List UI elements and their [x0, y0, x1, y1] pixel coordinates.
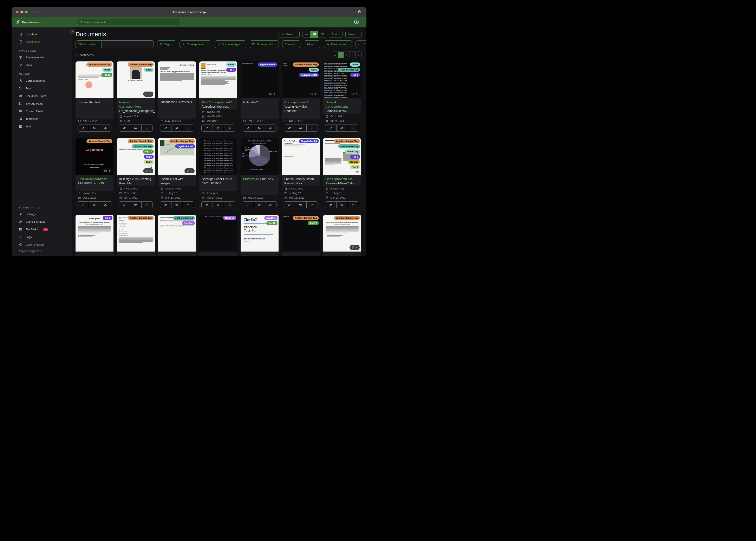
sidebar-item-documents[interactable]: Documents — [12, 38, 72, 46]
download-button[interactable] — [183, 202, 194, 208]
storage-path-filter-button[interactable]: Storage path — [250, 40, 279, 48]
tag-pill[interactable]: Tag 2 — [103, 216, 112, 220]
document-title[interactable]: French Country Bread Revised.docx — [282, 175, 320, 186]
document-title[interactable]: Private: 2011 BP Pie 2 — [241, 175, 279, 195]
tag-pill[interactable]: Another Sample Tag — [128, 139, 154, 143]
sidebar-item-inbox[interactable]: Inbox — [12, 61, 72, 69]
tag-pill[interactable]: Tag 222 — [348, 160, 360, 164]
edit-button[interactable] — [202, 125, 213, 131]
download-button[interactable] — [265, 202, 276, 208]
edit-button[interactable] — [284, 125, 295, 131]
edit-button[interactable] — [119, 202, 130, 208]
view-button[interactable] — [171, 125, 182, 131]
document-thumbnail[interactable]: Contact Sheet DemoGiven a set of image f… — [158, 215, 196, 252]
sidebar-item-tags[interactable]: Tags — [12, 85, 72, 92]
correspondent-link[interactable]: Correspondent 14 — [326, 177, 351, 181]
correspondent-link[interactable]: Newest Correspondent — [326, 101, 347, 108]
tag-pill[interactable]: Tag 12 — [101, 73, 112, 77]
document-title[interactable]: Correspondent 14: Review-of-New-York-Fed… — [323, 175, 361, 186]
document-thumbnail[interactable]: Country,Region/State,“TagWithPartial1 — [241, 61, 279, 98]
document-thumbnail[interactable]: Serial Number,Company Name,Employe978818… — [323, 61, 361, 98]
tag-pill[interactable]: Tag 2 — [144, 155, 154, 159]
notes-badge[interactable]: 2 — [143, 92, 153, 97]
download-button[interactable] — [348, 125, 359, 131]
document-title[interactable] — [199, 252, 237, 256]
download-button[interactable] — [141, 125, 152, 131]
sidebar-item-storage-paths[interactable]: Storage Paths — [12, 100, 72, 107]
download-button[interactable] — [306, 202, 318, 208]
view-button[interactable] — [254, 125, 265, 131]
document-title[interactable]: Test Correspondent 1: UM_PPBE_en_v29 — [76, 175, 113, 191]
sidebar-item-mail[interactable]: Mail — [12, 123, 72, 130]
view-button[interactable] — [336, 125, 347, 131]
download-button[interactable] — [100, 202, 111, 208]
document-title[interactable]: Newest Correspondent: Sample100.csv — [323, 98, 361, 114]
view-button[interactable] — [130, 202, 141, 208]
edit-button[interactable] — [160, 125, 171, 131]
permissions-filter-button[interactable]: Permissions — [324, 40, 352, 48]
pagination-page-3[interactable]: 3 — [350, 52, 356, 58]
sidebar-item-documentation[interactable]: Documentation — [12, 241, 72, 249]
tag-pill[interactable]: Partial Tag — [345, 150, 360, 154]
document-title[interactable]: Correspondent 9: Testing New Title Updat… — [282, 98, 320, 119]
tag-pill[interactable]: Another Sample Tag — [334, 216, 360, 220]
search-input[interactable] — [84, 21, 178, 24]
view-detail-button[interactable] — [318, 31, 326, 38]
tag-pill[interactable]: Just another tag — [132, 144, 154, 149]
tag-pill[interactable]: TagWithPartial — [258, 63, 278, 67]
tag-pill[interactable]: TagWithPartial — [175, 144, 195, 149]
document-title[interactable]: Newest Correspondent: H7_Napoleon_Bonapa… — [117, 98, 155, 114]
document-thumbnail[interactable]: Test Name123-06-789January 2, 2022July 1… — [117, 215, 155, 252]
document-thumbnail[interactable]: Patient BP Distribution 2011Isolated Sys… — [241, 138, 279, 175]
tag-pill[interactable]: Inbox — [226, 63, 236, 67]
pagination-page-1[interactable]: 1 — [338, 52, 344, 58]
document-title[interactable]: Just another test — [76, 98, 113, 119]
correspondent-link[interactable]: Test Correspondent 1 — [202, 101, 233, 104]
created-filter-button[interactable]: Created — [282, 40, 300, 48]
tag-pill[interactable]: Tag 12 — [266, 221, 278, 225]
sort-button[interactable]: Sort — [329, 31, 343, 38]
document-thumbnail[interactable]: NAPOLEON BONAPARTEAnother Sample TagInbo… — [117, 61, 155, 98]
document-thumbnail[interactable]: Medical TeacherHas the new Kirkpatrick g… — [199, 61, 237, 98]
title-content-filter-input[interactable] — [102, 40, 154, 48]
views-button[interactable]: Views — [345, 31, 361, 38]
sidebar-item-recently-added[interactable]: Recently Added — [12, 54, 72, 61]
document-title[interactable]: InDesign 2022 Scripting Read Me — [117, 175, 155, 186]
document-thumbnail[interactable]: French Country BreadFor the LeavenMake t… — [282, 138, 320, 175]
added-filter-button[interactable]: Added — [304, 40, 320, 48]
document-title[interactable]: Sonstige ScanPC2022 03-24_081058 — [199, 175, 237, 191]
view-button[interactable] — [213, 202, 224, 208]
download-button[interactable] — [265, 125, 276, 131]
pagination-next-button[interactable]: » — [355, 52, 361, 58]
document-thumbnail[interactable]: The SATPracticeTest #1Make time to take … — [241, 215, 279, 252]
correspondent-link[interactable]: Newest Correspondent — [119, 101, 141, 108]
reset-filters-button[interactable]: × Reset filters — [355, 40, 366, 48]
document-title[interactable] — [76, 252, 113, 256]
notes-badge[interactable]: 1 — [184, 168, 195, 173]
tag-pill[interactable]: Another Sample Tag — [128, 63, 154, 67]
correspondent-filter-button[interactable]: Correspondent — [180, 40, 211, 48]
notes-badge[interactable]: 4 — [102, 168, 112, 173]
view-button[interactable] — [89, 125, 100, 131]
document-thumbnail[interactable]: Adobe Acrobat PDF FilesCupcake ipsumAnot… — [76, 61, 113, 98]
sidebar-item-custom-fields[interactable]: Custom Fields — [12, 107, 72, 115]
tag-pill[interactable]: NewOne — [223, 216, 236, 220]
document-title[interactable] — [323, 252, 361, 256]
share-icon[interactable] — [358, 10, 361, 14]
document-title[interactable]: Test Correspondent 1: [paperless] test p… — [199, 98, 237, 110]
document-thumbnail[interactable]: Another Sample TagJust another tagPartia… — [323, 138, 361, 175]
document-title[interactable] — [158, 252, 196, 256]
notes-badge[interactable]: 6 — [143, 168, 153, 173]
view-grid-button[interactable] — [310, 31, 318, 38]
document-title[interactable] — [282, 252, 320, 256]
notes-badge[interactable]: 1 — [350, 92, 360, 97]
edit-button[interactable] — [284, 202, 295, 208]
document-type-filter-button[interactable]: Document type — [215, 40, 246, 48]
document-title[interactable]: 2sample-pdf-with-images — [158, 175, 196, 186]
edit-button[interactable] — [160, 202, 171, 208]
sidebar-item-users-groups[interactable]: Users & Groups — [12, 218, 72, 226]
tag-pill[interactable]: TagWithPartial — [299, 139, 319, 143]
tag-pill[interactable]: Just another tag — [173, 216, 195, 220]
document-thumbnail[interactable]: Lorem ipsumLorem ipsum dolor sit amet, c… — [76, 215, 113, 252]
edit-button[interactable] — [243, 202, 254, 208]
